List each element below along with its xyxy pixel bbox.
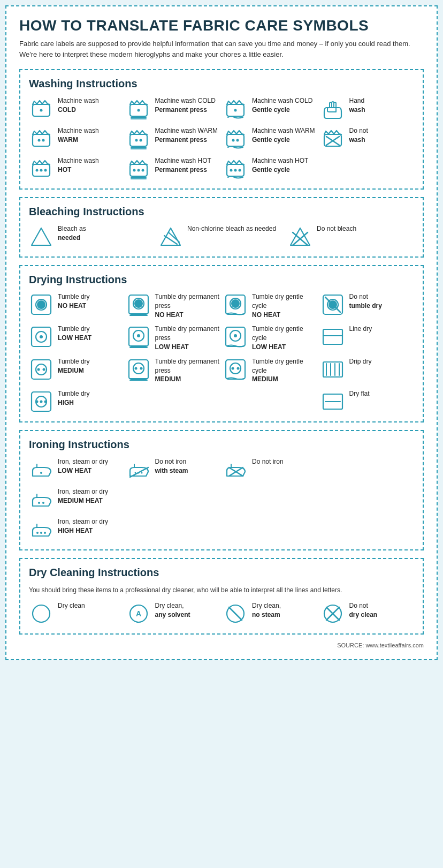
svg-point-35 (37, 300, 45, 309)
item-label: Machine wash COLD Gentle cycle (252, 96, 312, 115)
wash-cold-icon (29, 96, 54, 121)
item-label: Tumble dry permanent press NO HEAT (155, 292, 220, 319)
list-item: Do not iron (223, 457, 317, 482)
list-item: Machine wash COLD Gentle cycle (223, 96, 317, 121)
list-item: Tumble dry permanent press LOW HEAT (126, 324, 220, 351)
washing-section: Washing Instructions Machine wash COLD (19, 69, 424, 190)
wash-hot-gentle-icon (223, 156, 248, 181)
svg-point-17 (44, 169, 47, 172)
list-item: Iron, steam or dry MEDIUM HEAT (29, 487, 123, 512)
svg-point-20 (141, 169, 144, 172)
svg-point-82 (36, 401, 39, 403)
svg-point-67 (134, 367, 137, 369)
list-item: Machine wash HOT Gentle cycle (223, 156, 317, 181)
list-item: Tumble dry permanent press MEDIUM (126, 357, 220, 384)
list-item: Machine wash WARM Gentle cycle (223, 126, 317, 151)
svg-point-88 (40, 472, 42, 474)
tumble-high-icon (29, 389, 54, 414)
iron-high-icon (29, 517, 54, 542)
iron-low-icon (29, 457, 54, 482)
svg-point-43 (231, 299, 240, 308)
list-item: Do not tumble dry (320, 292, 415, 319)
item-label: Line dry (349, 324, 372, 334)
list-item: Hand wash (320, 96, 415, 121)
list-item (126, 517, 220, 542)
bleach-icon (29, 224, 54, 249)
item-label: Tumble dry NO HEAT (58, 292, 90, 311)
wash-warm-gentle-icon (223, 126, 248, 151)
item-label: Machine wash COLD Permanent press (155, 96, 216, 115)
item-label: Do not dry clean (349, 601, 378, 620)
item-label: Tumble dry HIGH (58, 389, 90, 407)
svg-point-103 (44, 532, 46, 534)
item-label: Drip dry (349, 357, 372, 366)
list-item: Dry clean (29, 601, 123, 626)
list-item: Machine wash COLD (29, 96, 123, 121)
item-label: Hand wash (349, 96, 365, 115)
tumble-gentle-low-icon (223, 324, 248, 349)
item-label: Do not iron with steam (155, 457, 188, 475)
svg-point-101 (36, 532, 39, 534)
item-label: Do not iron (252, 457, 284, 466)
list-item (320, 517, 415, 542)
wash-cold-perm-icon (126, 96, 151, 121)
svg-point-7 (135, 139, 138, 142)
item-label: Iron, steam or dry HIGH HEAT (58, 517, 108, 535)
svg-point-58 (234, 334, 237, 337)
item-label: Machine wash WARM Gentle cycle (252, 126, 315, 145)
svg-point-18 (133, 169, 135, 172)
list-item: Tumble dry permanent press NO HEAT (126, 292, 220, 319)
dry-clean-any-icon: A (126, 601, 151, 626)
svg-marker-26 (32, 228, 51, 245)
list-item: Dry clean, no steam (223, 601, 317, 626)
item-label: Tumble dry MEDIUM (58, 357, 90, 375)
item-label: Tumble dry gentle cycle NO HEAT (252, 292, 317, 319)
ironing-section: Ironing Instructions Iron, steam or dry … (19, 430, 424, 550)
tumble-perm-medium-icon (126, 357, 151, 382)
do-not-iron-icon (223, 457, 248, 482)
svg-point-25 (239, 169, 241, 172)
svg-text:A: A (135, 609, 141, 618)
tumble-medium-icon (29, 357, 54, 382)
svg-point-19 (137, 169, 140, 172)
item-label: Machine wash HOT Gentle cycle (252, 156, 308, 175)
list-item: Do not wash (320, 126, 415, 151)
list-item: Machine wash HOT (29, 156, 123, 181)
do-not-iron-steam-icon (126, 457, 151, 482)
bleaching-section: Bleaching Instructions Bleach as needed (19, 197, 424, 258)
item-label: Dry clean (58, 601, 85, 610)
svg-rect-61 (32, 360, 51, 379)
item-label: Dry clean, any solvent (155, 601, 190, 620)
drying-grid: Tumble dry NO HEAT Tumble dry permanent … (29, 292, 414, 414)
svg-point-16 (40, 169, 43, 172)
svg-point-15 (36, 169, 39, 172)
list-item: Tumble dry MEDIUM (29, 357, 123, 384)
list-item (320, 156, 415, 181)
list-item: Tumble dry NO HEAT (29, 292, 123, 319)
do-not-bleach-icon (288, 224, 312, 249)
list-item: Iron, steam or dry LOW HEAT (29, 457, 123, 482)
iron-medium-icon (29, 487, 54, 512)
item-label: Dry flat (349, 389, 370, 398)
svg-point-6 (42, 139, 45, 142)
do-not-tumble-icon (320, 292, 345, 317)
tumble-low-icon (29, 324, 54, 349)
washing-title: Washing Instructions (29, 78, 414, 90)
svg-point-8 (139, 139, 142, 142)
svg-point-84 (44, 401, 47, 403)
svg-point-53 (137, 334, 140, 337)
svg-marker-27 (161, 228, 180, 245)
svg-line-108 (229, 607, 242, 620)
drycleaning-subtitle: You should bring these items to a profes… (29, 585, 414, 595)
svg-point-98 (38, 502, 40, 504)
item-label: Non-chlorine bleach as needed (187, 224, 276, 233)
list-item: Do not bleach (288, 224, 414, 249)
wash-warm-perm-icon (126, 126, 151, 151)
item-label: Bleach as needed (58, 224, 86, 243)
bleaching-grid: Bleach as needed Non-chlorine bleach as … (29, 224, 414, 249)
item-label: Do not tumble dry (349, 292, 382, 311)
line-dry-icon (320, 324, 345, 349)
list-item: Machine wash WARM (29, 126, 123, 151)
item-label: Machine wash WARM Permanent press (155, 126, 218, 145)
list-item: Machine wash WARM Permanent press (126, 126, 220, 151)
